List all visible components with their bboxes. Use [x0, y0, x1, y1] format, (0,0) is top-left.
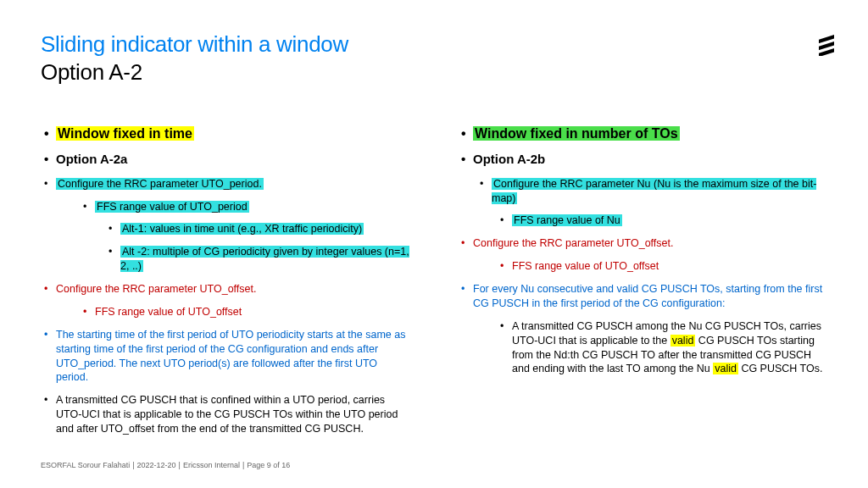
slide-title: Sliding indicator within a window [41, 32, 827, 58]
right-column: Window fixed in number of TOs Option A-2… [458, 125, 827, 445]
right-heading-2: Option A-2b [458, 151, 827, 168]
list-item: A transmitted CG PUSCH that is confined … [41, 393, 410, 436]
list-item: FFS range value of UTO_offset [458, 259, 827, 274]
list-item: FFS range value of UTO_offset [41, 305, 410, 319]
list-item: For every Nu consecutive and valid CG PU… [458, 282, 827, 311]
list-item: Configure the RRC parameter Nu (Nu is th… [458, 177, 827, 206]
columns: Window fixed in time Option A-2a Configu… [41, 125, 827, 445]
list-item: Configure the RRC parameter UTO_offset. [458, 236, 827, 251]
list-item: The starting time of the first period of… [41, 328, 410, 385]
footer: ESORFAL Sorour Falahati|2022-12-20|Erics… [41, 461, 290, 469]
footer-date: 2022-12-20 [137, 461, 176, 469]
footer-classification: Ericsson Internal [183, 461, 240, 469]
list-item: Alt-1: values in time unit (e.g., XR tra… [41, 222, 410, 236]
list-item: A transmitted CG PUSCH among the Nu CG P… [458, 319, 827, 377]
footer-page: Page 9 of 16 [247, 461, 290, 469]
left-heading-1: Window fixed in time [41, 125, 410, 143]
left-column: Window fixed in time Option A-2a Configu… [41, 125, 410, 445]
left-heading-2: Option A-2a [41, 151, 410, 168]
list-item: FFS range value of UTO_period [41, 200, 410, 214]
svg-rect-0 [819, 34, 834, 43]
list-item: Configure the RRC parameter UTO_period. [41, 177, 410, 191]
slide: Sliding indicator within a window Option… [0, 0, 868, 488]
footer-author: ESORFAL Sorour Falahati [41, 461, 130, 469]
list-item: Alt -2: multiple of CG periodicity given… [41, 245, 410, 274]
right-heading-1: Window fixed in number of TOs [458, 125, 827, 143]
slide-subtitle: Option A-2 [41, 59, 827, 86]
list-item: FFS range value of Nu [458, 214, 827, 228]
ericsson-logo-icon [819, 32, 834, 59]
list-item: Configure the RRC parameter UTO_offset. [41, 282, 410, 297]
